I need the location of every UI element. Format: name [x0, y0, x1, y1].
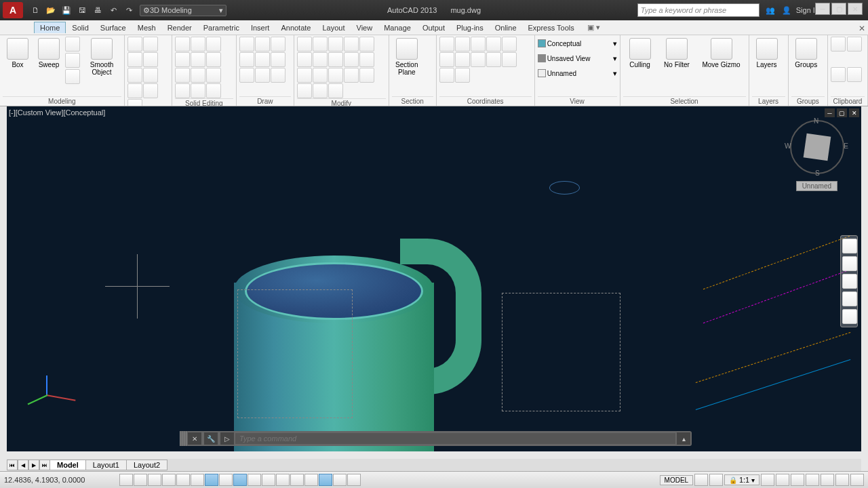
coord-btn[interactable]	[439, 37, 454, 52]
draw-btn[interactable]	[255, 52, 270, 67]
mesh-btn[interactable]	[143, 52, 158, 67]
cmd-close-icon[interactable]: ✕	[188, 432, 201, 445]
tab-annotate[interactable]: Annotate	[275, 22, 316, 33]
viewcube-w[interactable]: W	[785, 142, 791, 150]
model-paper-toggle[interactable]: MODEL	[660, 475, 694, 485]
infer-constraints-toggle[interactable]	[119, 474, 133, 486]
undo-icon[interactable]: ↶	[106, 3, 120, 17]
autoscale-icon[interactable]	[776, 474, 789, 486]
clean-screen-icon[interactable]	[850, 474, 864, 486]
smooth-object-button[interactable]: Smooth Object	[87, 37, 117, 96]
tab-manage[interactable]: Manage	[378, 22, 416, 33]
ortho-toggle[interactable]	[162, 474, 176, 486]
redo-icon[interactable]: ↷	[122, 3, 136, 17]
coordinate-readout[interactable]: 12.4836, 4.1903, 0.0000	[4, 476, 119, 484]
viewcube-n[interactable]: N	[814, 117, 818, 125]
coord-btn[interactable]	[486, 52, 501, 67]
draw-btn[interactable]	[239, 37, 254, 52]
tab-solid[interactable]: Solid	[66, 22, 94, 33]
toolbar-lock-icon[interactable]	[806, 474, 819, 486]
mod-btn[interactable]	[328, 52, 343, 67]
mod-btn[interactable]	[313, 37, 328, 52]
close-button[interactable]: ✕	[848, 3, 863, 15]
modeling-small-3[interactable]	[65, 69, 80, 84]
viewport-combo[interactable]: Unnamed▾	[538, 66, 617, 80]
mod-btn[interactable]	[313, 68, 328, 83]
tab-mesh[interactable]: Mesh	[132, 22, 161, 33]
tab-model-space[interactable]: Model	[50, 460, 86, 470]
minimize-button[interactable]: ─	[815, 3, 830, 15]
mesh-btn[interactable]	[127, 52, 142, 67]
mod-btn[interactable]	[344, 37, 359, 52]
grid-toggle[interactable]	[148, 474, 161, 486]
se-btn[interactable]	[191, 37, 205, 52]
coord-btn[interactable]	[439, 52, 454, 67]
ucs-icon[interactable]	[20, 370, 75, 411]
se-btn[interactable]	[191, 83, 205, 98]
sc-toggle[interactable]	[304, 474, 318, 486]
orbit-icon[interactable]	[842, 291, 857, 306]
se-btn[interactable]	[206, 37, 221, 52]
modeling-small-2[interactable]	[65, 53, 80, 68]
draw-btn[interactable]	[271, 52, 285, 67]
visual-style-combo[interactable]: Conceptual▾	[538, 37, 617, 50]
draw-btn[interactable]	[255, 68, 270, 83]
section-plane-button[interactable]: Section Plane	[392, 37, 422, 96]
tab-layout1[interactable]: Layout1	[85, 460, 127, 470]
clip-btn[interactable]	[831, 37, 846, 52]
coord-btn[interactable]	[455, 52, 470, 67]
culling-button[interactable]: Culling	[623, 37, 657, 96]
zoom-icon[interactable]	[842, 274, 857, 289]
qp-toggle[interactable]	[290, 474, 304, 486]
tab-render[interactable]: Render	[162, 22, 197, 33]
viewcube-e[interactable]: E	[844, 142, 848, 150]
coord-btn[interactable]	[455, 68, 470, 83]
infocenter-icon[interactable]: 👥	[764, 3, 777, 17]
coord-btn[interactable]	[471, 37, 486, 52]
vp-close[interactable]: ✕	[849, 108, 859, 117]
workspace-selector[interactable]: ⚙3D Modeling▾	[140, 5, 226, 16]
command-input[interactable]	[235, 433, 675, 444]
drawing-area[interactable]: [-][Custom View][Conceptual] ─ ▢ ✕ N S E…	[7, 106, 861, 451]
mod-btn[interactable]	[328, 83, 343, 98]
quickview-layouts-icon[interactable]	[694, 474, 708, 486]
mod-btn[interactable]	[359, 68, 374, 83]
tab-layout2[interactable]: Layout2	[126, 460, 167, 470]
se-btn[interactable]	[175, 83, 190, 98]
nofilter-button[interactable]: No Filter	[658, 37, 696, 96]
mod-btn[interactable]	[344, 52, 359, 67]
mesh-btn[interactable]	[127, 83, 142, 98]
mesh-btn[interactable]	[127, 68, 142, 83]
se-btn[interactable]	[206, 68, 221, 83]
dyn-toggle[interactable]	[248, 474, 261, 486]
mod-btn[interactable]	[328, 68, 343, 83]
coord-btn[interactable]	[471, 52, 486, 67]
cmd-customize-icon[interactable]: 🔧	[204, 432, 218, 445]
coord-btn[interactable]	[455, 37, 470, 52]
draw-btn[interactable]	[239, 68, 254, 83]
draw-btn[interactable]	[255, 37, 270, 52]
coord-btn[interactable]	[502, 52, 517, 67]
draw-btn[interactable]	[239, 52, 254, 67]
polar-toggle[interactable]	[176, 474, 190, 486]
viewcube-menu[interactable]: Unnamed	[796, 181, 837, 191]
layers-button[interactable]: Layers	[752, 37, 782, 96]
layout-next[interactable]: ▶	[28, 460, 39, 470]
vp-maximize[interactable]: ▢	[837, 108, 847, 117]
tab-view[interactable]: View	[351, 22, 378, 33]
tab-surface[interactable]: Surface	[95, 22, 132, 33]
annotation-scale[interactable]: 🔒 1:1 ▾	[724, 474, 760, 485]
tab-insert[interactable]: Insert	[245, 22, 275, 33]
tab-express[interactable]: Express Tools	[523, 22, 580, 33]
hardware-accel-icon[interactable]	[821, 474, 834, 486]
mod-btn[interactable]	[297, 83, 312, 98]
lwt-toggle[interactable]	[262, 474, 275, 486]
mesh-btn[interactable]	[127, 37, 142, 52]
tab-parametric[interactable]: Parametric	[198, 22, 245, 33]
se-btn[interactable]	[191, 68, 205, 83]
annotation-visibility-icon[interactable]	[761, 474, 774, 486]
clip-btn[interactable]	[847, 37, 862, 52]
tab-online[interactable]: Online	[490, 22, 522, 33]
cmd-grip[interactable]	[180, 431, 186, 446]
mod-btn[interactable]	[344, 68, 359, 83]
